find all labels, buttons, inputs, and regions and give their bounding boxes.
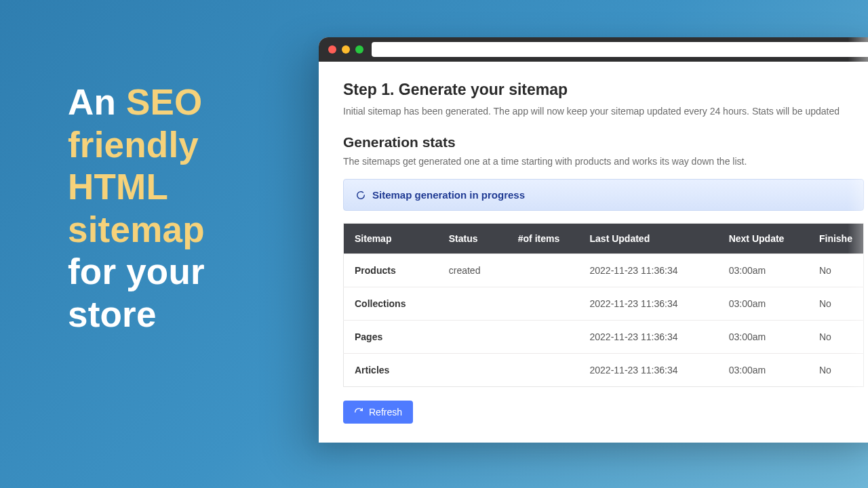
app-content: Step 1. Generate your sitemap Initial si… [319, 62, 868, 443]
table-header-row: Sitemap Status #of items Last Updated Ne… [344, 224, 864, 254]
cell-items [507, 354, 579, 387]
cell-finished: No [808, 287, 864, 321]
col-header-status: Status [438, 224, 507, 254]
cell-next: 03:00am [718, 287, 808, 321]
step-title: Step 1. Generate your sitemap [343, 81, 864, 99]
cell-finished: No [808, 254, 864, 287]
browser-titlebar [319, 37, 868, 62]
col-header-items: #of items [507, 224, 579, 254]
cell-status [438, 354, 507, 387]
cell-status: created [438, 254, 507, 287]
refresh-button[interactable]: Refresh [343, 401, 413, 424]
headline-text-store: store [68, 294, 157, 334]
cell-last: 2022-11-23 11:36:34 [579, 321, 718, 354]
cell-next: 03:00am [718, 254, 808, 287]
cell-items [507, 287, 579, 321]
step-description: Initial sitemap has been generated. The … [343, 106, 864, 117]
url-bar[interactable] [372, 42, 868, 57]
cell-sitemap: Products [344, 254, 438, 287]
headline: An SEO friendly HTML sitemap for your st… [68, 81, 298, 336]
col-header-finished: Finishe [808, 224, 864, 254]
headline-accent-friendly: friendly [68, 125, 199, 165]
maximize-icon[interactable] [355, 45, 363, 54]
table-row: Pages 2022-11-23 11:36:34 03:00am No [344, 321, 864, 354]
table-row: Collections 2022-11-23 11:36:34 03:00am … [344, 287, 864, 321]
browser-window: Step 1. Generate your sitemap Initial si… [319, 37, 868, 443]
generation-table: Sitemap Status #of items Last Updated Ne… [343, 223, 864, 387]
cell-sitemap: Pages [344, 321, 438, 354]
cell-next: 03:00am [718, 321, 808, 354]
col-header-sitemap: Sitemap [344, 224, 438, 254]
headline-accent-seo: SEO [126, 82, 203, 122]
promo-stage: An SEO friendly HTML sitemap for your st… [0, 0, 868, 488]
table-row: Products created 2022-11-23 11:36:34 03:… [344, 254, 864, 287]
stats-title: Generation stats [343, 134, 864, 150]
minimize-icon[interactable] [342, 45, 350, 54]
headline-text-an: An [68, 82, 126, 122]
col-header-next: Next Update [718, 224, 808, 254]
cell-last: 2022-11-23 11:36:34 [579, 354, 718, 387]
cell-finished: No [808, 354, 864, 387]
cell-status [438, 287, 507, 321]
cell-sitemap: Collections [344, 287, 438, 321]
window-controls [328, 45, 363, 54]
cell-next: 03:00am [718, 354, 808, 387]
progress-banner-text: Sitemap generation in progress [372, 189, 525, 201]
cell-items [507, 321, 579, 354]
cell-last: 2022-11-23 11:36:34 [579, 254, 718, 287]
refresh-icon [354, 407, 363, 417]
headline-text-foryour: for your [68, 251, 205, 291]
stats-description: The sitemaps get generated one at a time… [343, 156, 864, 167]
close-icon[interactable] [328, 45, 336, 54]
cell-status [438, 321, 507, 354]
cell-finished: No [808, 321, 864, 354]
table-row: Articles 2022-11-23 11:36:34 03:00am No [344, 354, 864, 387]
col-header-last: Last Updated [579, 224, 718, 254]
refresh-button-label: Refresh [369, 407, 402, 418]
headline-accent-html: HTML [68, 167, 168, 207]
cell-sitemap: Articles [344, 354, 438, 387]
loading-icon [356, 190, 366, 200]
cell-last: 2022-11-23 11:36:34 [579, 287, 718, 321]
cell-items [507, 254, 579, 287]
progress-banner: Sitemap generation in progress [343, 179, 864, 211]
headline-accent-sitemap: sitemap [68, 209, 205, 249]
